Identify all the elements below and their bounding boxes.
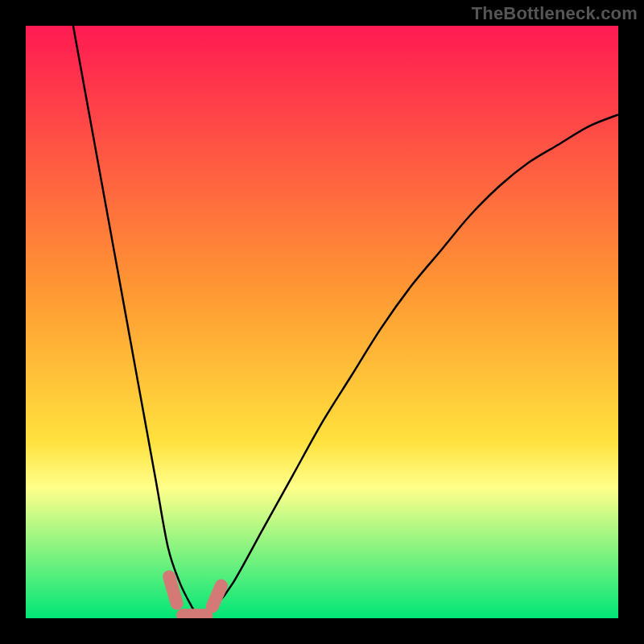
watermark: TheBottleneck.com — [472, 3, 638, 24]
chart-plot-area — [26, 26, 618, 618]
chart-background — [26, 26, 618, 618]
highlight-left — [169, 576, 177, 603]
chart-svg — [26, 26, 618, 618]
highlight-right — [213, 586, 221, 607]
